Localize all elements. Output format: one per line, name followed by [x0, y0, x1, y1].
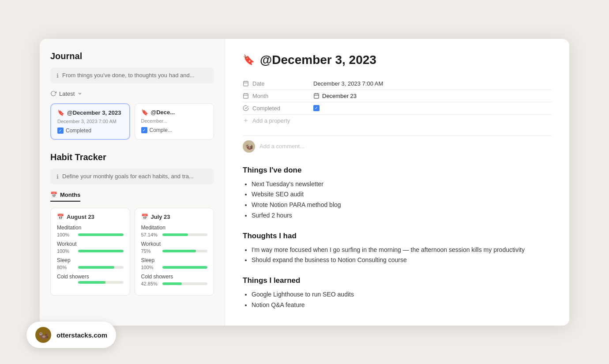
svg-rect-4 — [244, 94, 248, 98]
bookmark-icon-card2: 🔖 — [141, 109, 148, 116]
list-item: Surfed 2 hours — [252, 210, 552, 221]
info-icon-2: ℹ — [56, 173, 59, 180]
comment-row: 🦦 Add a comment... — [243, 135, 552, 157]
journal-cards: 🔖 @December 3, 2023 December 3, 2023 7:0… — [50, 103, 214, 140]
habit-row-meditation-aug: Meditation 100% — [57, 225, 124, 237]
habit-cards: 📅 August 23 Meditation 100% Workout 1 — [50, 208, 214, 296]
habit-row-cold-jul: Cold showers 42.85% — [141, 274, 208, 286]
section-learned-heading: Things I learned — [243, 276, 552, 285]
card1-completed: Completed — [57, 128, 123, 134]
calendar-prop-icon — [243, 80, 249, 86]
entry-title-text: @December 3, 2023 — [260, 53, 376, 67]
aug-month: August 23 — [67, 214, 94, 220]
section-things-done: Things I've done Next Tuesday's newslett… — [243, 166, 552, 221]
habit-info-banner: ℹ Define your monthly goals for each hab… — [50, 169, 214, 184]
section-learned: Things I learned Google Lighthouse to ru… — [243, 276, 552, 311]
refresh-icon — [50, 90, 56, 97]
thoughts-list: I'm way more focused when I go surfing i… — [243, 245, 552, 266]
filter-row[interactable]: Latest — [50, 90, 214, 97]
entry-title-row: 🔖 @December 3, 2023 — [243, 53, 552, 67]
habit-tracker-section: Habit Tracker ℹ Define your monthly goal… — [50, 152, 214, 296]
things-done-list: Next Tuesday's newsletter Website SEO au… — [243, 179, 552, 221]
habit-row-workout-jul: Workout 75% — [141, 241, 208, 254]
list-item: I'm way more focused when I go surfing i… — [252, 245, 552, 255]
journal-title: Journal — [50, 51, 214, 61]
jul-month: July 23 — [151, 214, 170, 220]
list-item: Notion Q&A feature — [252, 300, 552, 311]
add-property-icon — [243, 117, 249, 124]
habit-row-cold-aug: Cold showers — [57, 274, 124, 284]
habit-row-sleep-jul: Sleep 100% — [141, 257, 208, 270]
habit-title: Habit Tracker — [50, 152, 214, 162]
habit-card-jul: 📅 July 23 Meditation 57.14% Workout 7 — [135, 208, 214, 296]
section-thoughts-heading: Thoughts I had — [243, 232, 552, 240]
calendar-icon-jul: 📅 — [141, 214, 148, 220]
habit-info-text: Define your monthly goals for each habit… — [62, 173, 194, 180]
journal-info-banner: ℹ From things you've done, to thoughts y… — [50, 68, 214, 83]
calendar-icon-aug: 📅 — [57, 214, 64, 220]
completed-prop-icon — [243, 105, 249, 111]
svg-rect-8 — [314, 94, 319, 98]
prop-completed-row: Completed — [243, 102, 552, 115]
footer-badge: 🦦 otterstacks.com — [26, 322, 116, 348]
add-property-row[interactable]: Add a property — [243, 115, 552, 127]
month-prop-icon — [243, 93, 249, 99]
completed-label: Completed — [252, 105, 280, 112]
main-container: Journal ℹ From things you've done, to th… — [40, 39, 569, 326]
learned-list: Google Lighthouse to run SEO audits Noti… — [243, 289, 552, 311]
user-avatar: 🦦 — [243, 140, 255, 153]
info-icon: ℹ — [56, 72, 59, 79]
chevron-down-icon — [77, 91, 83, 96]
completed-value — [313, 105, 320, 111]
checkbox-icon-1 — [57, 128, 64, 134]
habit-row-meditation-jul: Meditation 57.14% — [141, 225, 208, 237]
card1-title: @December 3, 2023 — [67, 109, 121, 116]
section-things-done-heading: Things I've done — [243, 166, 552, 175]
card2-completed: Comple... — [141, 127, 208, 133]
habit-row-sleep-aug: Sleep 80% — [57, 257, 124, 270]
bookmark-icon-card1: 🔖 — [57, 109, 64, 116]
checkbox-icon-2 — [141, 127, 147, 133]
left-panel: Journal ℹ From things you've done, to th… — [40, 39, 225, 326]
card2-title: @Dece... — [151, 109, 175, 116]
month-value: December 23 — [313, 93, 357, 99]
list-item: Wrote Notion PARA method blog — [252, 200, 552, 210]
right-panel: 🔖 @December 3, 2023 Date December 3, 202… — [225, 39, 569, 326]
list-item: Should expand the business to Notion Con… — [252, 255, 552, 266]
date-label: Date — [252, 80, 264, 87]
prop-month-row: Month December 23 — [243, 90, 552, 102]
entry-bookmark-icon: 🔖 — [243, 54, 255, 66]
properties-table: Date December 3, 2023 7:00 AM Month Dece… — [243, 78, 552, 127]
journal-card-2[interactable]: 🔖 @Dece... December... Comple... — [135, 103, 214, 140]
journal-card-1[interactable]: 🔖 @December 3, 2023 December 3, 2023 7:0… — [50, 103, 130, 140]
months-label: Months — [60, 191, 80, 198]
filter-label: Latest — [59, 90, 75, 97]
list-item: Google Lighthouse to run SEO audits — [252, 289, 552, 300]
date-value: December 3, 2023 7:00 AM — [313, 80, 383, 87]
prop-date-row: Date December 3, 2023 7:00 AM — [243, 78, 552, 90]
footer-url: otterstacks.com — [56, 331, 107, 339]
section-thoughts: Thoughts I had I'm way more focused when… — [243, 232, 552, 266]
month-label: Month — [252, 93, 268, 99]
card2-date: December... — [141, 118, 208, 124]
completed-checkbox[interactable] — [313, 105, 320, 111]
otter-icon: 🦦 — [35, 327, 51, 343]
card1-date: December 3, 2023 7:00 AM — [57, 119, 123, 124]
svg-rect-0 — [244, 81, 248, 86]
habit-row-workout-aug: Workout 100% — [57, 241, 124, 254]
journal-info-text: From things you've done, to thoughts you… — [62, 72, 195, 79]
list-item: Website SEO audit — [252, 189, 552, 200]
months-tab[interactable]: 📅 Months — [50, 191, 80, 202]
habit-card-aug: 📅 August 23 Meditation 100% Workout 1 — [50, 208, 130, 296]
comment-placeholder[interactable]: Add a comment... — [259, 143, 304, 150]
month-value-cal-icon — [313, 93, 320, 99]
list-item: Next Tuesday's newsletter — [252, 179, 552, 190]
add-property-label: Add a property — [252, 117, 290, 124]
